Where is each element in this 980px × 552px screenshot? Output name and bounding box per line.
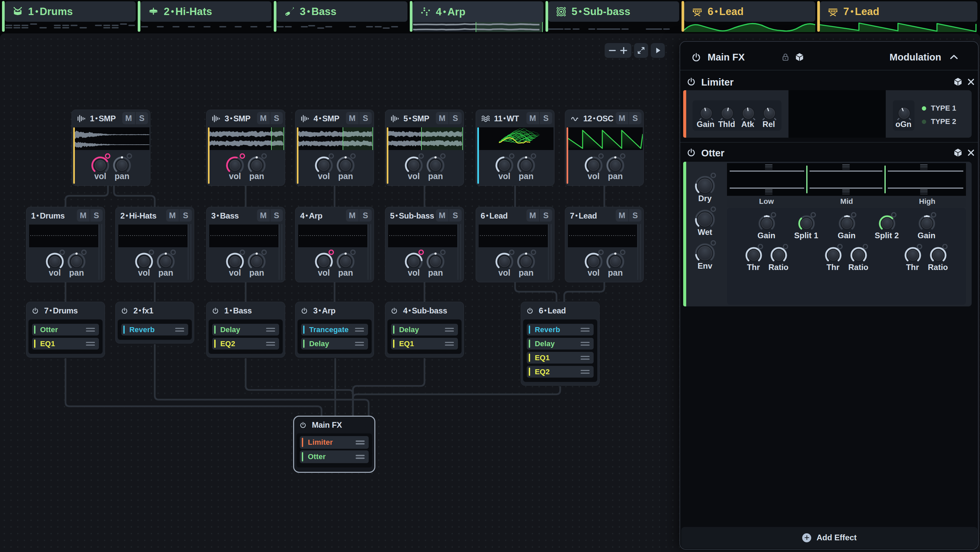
fx-chip-eq1[interactable]: EQ1 [391,338,458,350]
waveform-display[interactable] [566,127,643,150]
automation-display[interactable] [298,224,368,247]
track-tab-header[interactable]: 3•Bass [277,2,407,22]
fx-chain-node-1-bass[interactable]: 1•BassDelayEQ2 [206,302,285,358]
otter-close-icon[interactable] [966,148,976,158]
solo-button[interactable]: S [136,112,148,124]
source-node-3-smp[interactable]: 3•SMPMS volpan [206,110,285,186]
fx-chain-node-2-fx1[interactable]: 2•fx1Reverb [115,302,194,344]
track-pattern-preview[interactable] [140,22,271,32]
track-tab-3-bass[interactable]: 3•Bass [274,0,407,33]
limiter-cube-icon[interactable] [953,77,963,87]
advance-button[interactable] [651,43,665,58]
chevron-up-icon[interactable] [948,52,959,62]
drag-handle-icon[interactable] [581,328,590,332]
solo-button[interactable]: S [359,112,372,124]
otter-cube-icon[interactable] [953,148,963,158]
crossover-display[interactable] [727,163,966,196]
fx-chip-otter[interactable]: Otter [300,450,369,463]
waveform-display[interactable] [387,127,463,150]
fx-chip-eq1[interactable]: EQ1 [527,352,593,364]
lock-icon[interactable] [780,52,791,62]
drag-handle-icon[interactable] [445,328,454,332]
mute-button[interactable]: M [346,209,359,221]
mute-button[interactable]: M [616,209,629,221]
track-tab-header[interactable]: 2•Hi-Hats [140,2,271,22]
fx-chain-node-4-sub-bass[interactable]: 4•Sub-bassDelayEQ1 [385,302,464,358]
track-tab-header[interactable]: 7•Lead [820,2,977,22]
add-effect-button[interactable]: Add Effect [681,527,978,548]
drag-handle-icon[interactable] [266,342,275,346]
mixer-node-4-arp[interactable]: 4•ArpMSvolpan [295,207,374,282]
mute-button[interactable]: M [77,209,90,221]
track-pattern-preview[interactable] [277,22,407,32]
solo-button[interactable]: S [359,209,372,221]
solo-button[interactable]: S [540,112,552,124]
solo-button[interactable]: S [270,209,283,221]
source-node-1-smp[interactable]: 1•SMPMSvolpan [72,110,150,186]
automation-display[interactable] [479,224,548,247]
main-fx-node[interactable]: Main FXLimiterOtter [293,416,375,473]
zoom-out-button[interactable] [607,45,617,56]
mute-button[interactable]: M [257,209,270,221]
fx-chip-delay[interactable]: Delay [391,324,458,336]
limiter-close-icon[interactable] [966,77,976,87]
waveform-display[interactable] [73,127,150,150]
track-pattern-preview[interactable] [5,22,136,32]
drag-handle-icon[interactable] [581,370,590,374]
fx-chip-trancegate[interactable]: Trancegate [301,324,368,336]
mixer-node-5-sub-bass[interactable]: 5•Sub-bassMSvolpan [385,207,464,282]
mixer-node-6-lead[interactable]: 6•LeadMSvolpan [476,207,555,282]
limiter-power-icon[interactable] [686,77,696,87]
drag-handle-icon[interactable] [175,328,184,332]
track-tab-6-lead[interactable]: 6•Lead [681,0,815,33]
fx-chip-delay[interactable]: Delay [301,338,368,350]
limiter-type-option[interactable]: TYPE 2 [922,117,956,126]
fx-chip-eq2[interactable]: EQ2 [212,338,279,350]
solo-button[interactable]: S [540,209,552,221]
fx-chain-node-7-drums[interactable]: 7•DrumsOtterEQ1 [26,302,105,358]
source-node-4-smp[interactable]: 4•SMPMS volpan [295,110,374,186]
mute-button[interactable]: M [123,112,136,124]
track-pattern-preview[interactable] [684,22,815,32]
solo-button[interactable]: S [90,209,103,221]
cube-icon[interactable] [794,52,805,62]
drag-handle-icon[interactable] [581,356,590,360]
power-icon[interactable] [301,307,308,315]
mixer-node-3-bass[interactable]: 3•BassMSvolpan [206,207,285,282]
mute-button[interactable]: M [257,112,270,124]
fx-chip-eq2[interactable]: EQ2 [527,366,593,378]
fx-chip-reverb[interactable]: Reverb [121,324,188,336]
solo-button[interactable]: S [270,112,283,124]
zoom-in-button[interactable] [619,45,629,56]
source-node-5-smp[interactable]: 5•SMPMS volpan [385,110,464,186]
solo-button[interactable]: S [449,112,462,124]
drag-handle-icon[interactable] [581,342,590,346]
mute-button[interactable]: M [616,112,629,124]
fx-chain-node-6-lead[interactable]: 6•LeadReverbDelayEQ1EQ2 [521,302,600,386]
mute-button[interactable]: M [436,112,449,124]
waveform-display[interactable] [208,127,284,150]
solo-button[interactable]: S [180,209,192,221]
source-node-12-osc[interactable]: 12•OSCMSvolpan [565,110,644,186]
automation-display[interactable] [568,224,637,247]
track-tab-7-lead[interactable]: 7•Lead [817,0,977,33]
track-pattern-preview[interactable] [412,22,544,32]
mixer-node-1-drums[interactable]: 1•DrumsMSvolpan [26,207,105,282]
power-icon[interactable] [526,307,534,315]
drag-handle-icon[interactable] [356,441,365,444]
fx-chain-node-3-arp[interactable]: 3•ArpTrancegateDelay [295,302,374,358]
modulation-toggle[interactable]: Modulation [889,52,941,63]
solo-button[interactable]: S [629,112,642,124]
solo-button[interactable]: S [449,209,462,221]
power-icon[interactable] [212,307,219,315]
track-tab-5-sub-bass[interactable]: 5•Sub-bass [546,0,679,33]
mute-button[interactable]: M [436,209,449,221]
waveform-display[interactable] [297,127,373,150]
fx-chip-delay[interactable]: Delay [527,338,593,350]
limiter-type-option[interactable]: TYPE 1 [922,104,956,113]
mute-button[interactable]: M [346,112,359,124]
automation-display[interactable] [209,224,278,247]
automation-display[interactable] [388,224,457,247]
automation-display[interactable] [29,224,98,247]
fx-chip-otter[interactable]: Otter [32,324,99,336]
